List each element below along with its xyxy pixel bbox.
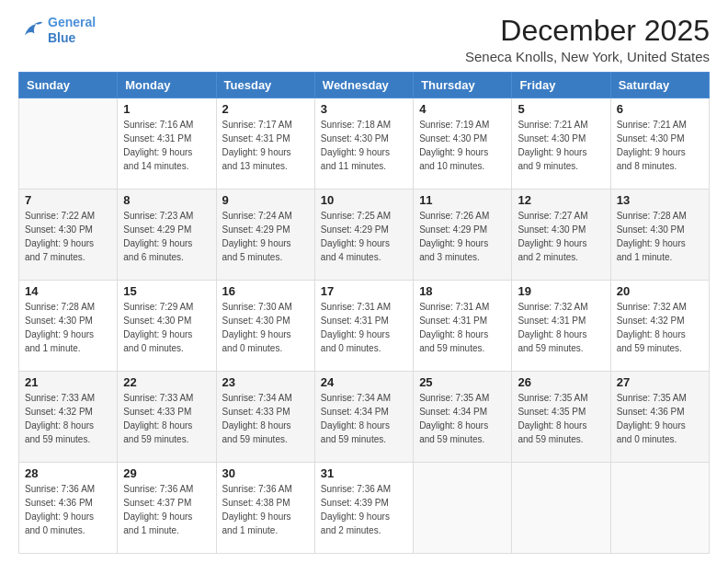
day-info: Sunrise: 7:36 AM Sunset: 4:38 PM Dayligh… bbox=[222, 482, 309, 537]
day-number: 15 bbox=[123, 284, 210, 298]
table-row bbox=[512, 463, 610, 554]
table-row: 13Sunrise: 7:28 AM Sunset: 4:30 PM Dayli… bbox=[610, 190, 709, 281]
table-row: 21Sunrise: 7:33 AM Sunset: 4:32 PM Dayli… bbox=[19, 372, 118, 463]
table-row: 27Sunrise: 7:35 AM Sunset: 4:36 PM Dayli… bbox=[610, 372, 709, 463]
calendar-header-row: Sunday Monday Tuesday Wednesday Thursday… bbox=[19, 73, 710, 98]
day-number: 23 bbox=[222, 375, 309, 389]
day-number: 30 bbox=[222, 466, 309, 480]
table-row: 9Sunrise: 7:24 AM Sunset: 4:29 PM Daylig… bbox=[216, 190, 314, 281]
table-row: 3Sunrise: 7:18 AM Sunset: 4:30 PM Daylig… bbox=[314, 98, 413, 190]
day-number: 6 bbox=[617, 102, 703, 116]
table-row: 20Sunrise: 7:32 AM Sunset: 4:32 PM Dayli… bbox=[610, 281, 709, 372]
day-info: Sunrise: 7:21 AM Sunset: 4:30 PM Dayligh… bbox=[518, 118, 604, 173]
day-info: Sunrise: 7:36 AM Sunset: 4:36 PM Dayligh… bbox=[25, 482, 111, 537]
day-number: 27 bbox=[617, 375, 703, 389]
table-row: 11Sunrise: 7:26 AM Sunset: 4:29 PM Dayli… bbox=[414, 190, 512, 281]
day-number: 8 bbox=[123, 193, 210, 207]
day-info: Sunrise: 7:17 AM Sunset: 4:31 PM Dayligh… bbox=[222, 118, 309, 173]
logo: General Blue bbox=[18, 15, 96, 46]
calendar-table: Sunday Monday Tuesday Wednesday Thursday… bbox=[18, 72, 710, 554]
day-number: 10 bbox=[321, 193, 407, 207]
table-row: 24Sunrise: 7:34 AM Sunset: 4:34 PM Dayli… bbox=[314, 372, 413, 463]
table-row: 25Sunrise: 7:35 AM Sunset: 4:34 PM Dayli… bbox=[414, 372, 512, 463]
day-number: 1 bbox=[123, 102, 210, 116]
day-info: Sunrise: 7:28 AM Sunset: 4:30 PM Dayligh… bbox=[25, 300, 111, 355]
col-friday: Friday bbox=[512, 73, 610, 98]
table-row: 12Sunrise: 7:27 AM Sunset: 4:30 PM Dayli… bbox=[512, 190, 610, 281]
day-number: 2 bbox=[222, 102, 309, 116]
table-row: 6Sunrise: 7:21 AM Sunset: 4:30 PM Daylig… bbox=[610, 98, 709, 190]
day-number: 22 bbox=[123, 375, 210, 389]
table-row: 16Sunrise: 7:30 AM Sunset: 4:30 PM Dayli… bbox=[216, 281, 314, 372]
day-info: Sunrise: 7:27 AM Sunset: 4:30 PM Dayligh… bbox=[518, 209, 604, 264]
day-number: 16 bbox=[222, 284, 309, 298]
day-number: 18 bbox=[419, 284, 506, 298]
day-number: 29 bbox=[123, 466, 210, 480]
day-info: Sunrise: 7:18 AM Sunset: 4:30 PM Dayligh… bbox=[321, 118, 407, 173]
day-info: Sunrise: 7:19 AM Sunset: 4:30 PM Dayligh… bbox=[419, 118, 506, 173]
day-number: 31 bbox=[321, 466, 407, 480]
table-row: 18Sunrise: 7:31 AM Sunset: 4:31 PM Dayli… bbox=[414, 281, 512, 372]
table-row: 10Sunrise: 7:25 AM Sunset: 4:29 PM Dayli… bbox=[314, 190, 413, 281]
table-row: 1Sunrise: 7:16 AM Sunset: 4:31 PM Daylig… bbox=[118, 98, 216, 190]
day-info: Sunrise: 7:33 AM Sunset: 4:32 PM Dayligh… bbox=[25, 391, 111, 446]
day-number: 3 bbox=[321, 102, 407, 116]
table-row: 19Sunrise: 7:32 AM Sunset: 4:31 PM Dayli… bbox=[512, 281, 610, 372]
day-info: Sunrise: 7:16 AM Sunset: 4:31 PM Dayligh… bbox=[123, 118, 210, 173]
day-number: 12 bbox=[518, 193, 604, 207]
table-row: 4Sunrise: 7:19 AM Sunset: 4:30 PM Daylig… bbox=[414, 98, 512, 190]
day-info: Sunrise: 7:32 AM Sunset: 4:32 PM Dayligh… bbox=[617, 300, 703, 355]
table-row: 30Sunrise: 7:36 AM Sunset: 4:38 PM Dayli… bbox=[216, 463, 314, 554]
calendar-week-row: 21Sunrise: 7:33 AM Sunset: 4:32 PM Dayli… bbox=[19, 372, 710, 463]
day-info: Sunrise: 7:36 AM Sunset: 4:39 PM Dayligh… bbox=[321, 482, 407, 537]
location-title: Seneca Knolls, New York, United States bbox=[465, 49, 710, 64]
logo-icon bbox=[18, 17, 44, 43]
day-number: 25 bbox=[419, 375, 506, 389]
day-info: Sunrise: 7:36 AM Sunset: 4:37 PM Dayligh… bbox=[123, 482, 210, 537]
day-info: Sunrise: 7:33 AM Sunset: 4:33 PM Dayligh… bbox=[123, 391, 210, 446]
table-row: 7Sunrise: 7:22 AM Sunset: 4:30 PM Daylig… bbox=[19, 190, 118, 281]
col-monday: Monday bbox=[118, 73, 216, 98]
day-number: 5 bbox=[518, 102, 604, 116]
day-info: Sunrise: 7:35 AM Sunset: 4:35 PM Dayligh… bbox=[518, 391, 604, 446]
header: General Blue December 2025 Seneca Knolls… bbox=[18, 15, 710, 64]
day-number: 19 bbox=[518, 284, 604, 298]
table-row: 15Sunrise: 7:29 AM Sunset: 4:30 PM Dayli… bbox=[118, 281, 216, 372]
day-info: Sunrise: 7:32 AM Sunset: 4:31 PM Dayligh… bbox=[518, 300, 604, 355]
month-title: December 2025 bbox=[465, 15, 710, 47]
col-wednesday: Wednesday bbox=[314, 73, 413, 98]
day-info: Sunrise: 7:31 AM Sunset: 4:31 PM Dayligh… bbox=[321, 300, 407, 355]
day-number: 9 bbox=[222, 193, 309, 207]
title-block: December 2025 Seneca Knolls, New York, U… bbox=[465, 15, 710, 64]
day-number: 24 bbox=[321, 375, 407, 389]
page: General Blue December 2025 Seneca Knolls… bbox=[0, 0, 728, 563]
table-row bbox=[414, 463, 512, 554]
table-row: 23Sunrise: 7:34 AM Sunset: 4:33 PM Dayli… bbox=[216, 372, 314, 463]
col-tuesday: Tuesday bbox=[216, 73, 314, 98]
day-number: 28 bbox=[25, 466, 111, 480]
day-info: Sunrise: 7:34 AM Sunset: 4:34 PM Dayligh… bbox=[321, 391, 407, 446]
day-info: Sunrise: 7:29 AM Sunset: 4:30 PM Dayligh… bbox=[123, 300, 210, 355]
day-info: Sunrise: 7:24 AM Sunset: 4:29 PM Dayligh… bbox=[222, 209, 309, 264]
col-saturday: Saturday bbox=[610, 73, 709, 98]
table-row: 26Sunrise: 7:35 AM Sunset: 4:35 PM Dayli… bbox=[512, 372, 610, 463]
day-info: Sunrise: 7:35 AM Sunset: 4:34 PM Dayligh… bbox=[419, 391, 506, 446]
table-row: 2Sunrise: 7:17 AM Sunset: 4:31 PM Daylig… bbox=[216, 98, 314, 190]
day-number: 21 bbox=[25, 375, 111, 389]
calendar-week-row: 28Sunrise: 7:36 AM Sunset: 4:36 PM Dayli… bbox=[19, 463, 710, 554]
day-info: Sunrise: 7:22 AM Sunset: 4:30 PM Dayligh… bbox=[25, 209, 111, 264]
day-number: 20 bbox=[617, 284, 703, 298]
day-number: 7 bbox=[25, 193, 111, 207]
table-row: 22Sunrise: 7:33 AM Sunset: 4:33 PM Dayli… bbox=[118, 372, 216, 463]
day-number: 26 bbox=[518, 375, 604, 389]
day-number: 4 bbox=[419, 102, 506, 116]
table-row: 14Sunrise: 7:28 AM Sunset: 4:30 PM Dayli… bbox=[19, 281, 118, 372]
table-row: 29Sunrise: 7:36 AM Sunset: 4:37 PM Dayli… bbox=[118, 463, 216, 554]
day-number: 11 bbox=[419, 193, 506, 207]
day-number: 17 bbox=[321, 284, 407, 298]
day-info: Sunrise: 7:21 AM Sunset: 4:30 PM Dayligh… bbox=[617, 118, 703, 173]
col-thursday: Thursday bbox=[414, 73, 512, 98]
day-info: Sunrise: 7:23 AM Sunset: 4:29 PM Dayligh… bbox=[123, 209, 210, 264]
day-info: Sunrise: 7:30 AM Sunset: 4:30 PM Dayligh… bbox=[222, 300, 309, 355]
table-row: 5Sunrise: 7:21 AM Sunset: 4:30 PM Daylig… bbox=[512, 98, 610, 190]
